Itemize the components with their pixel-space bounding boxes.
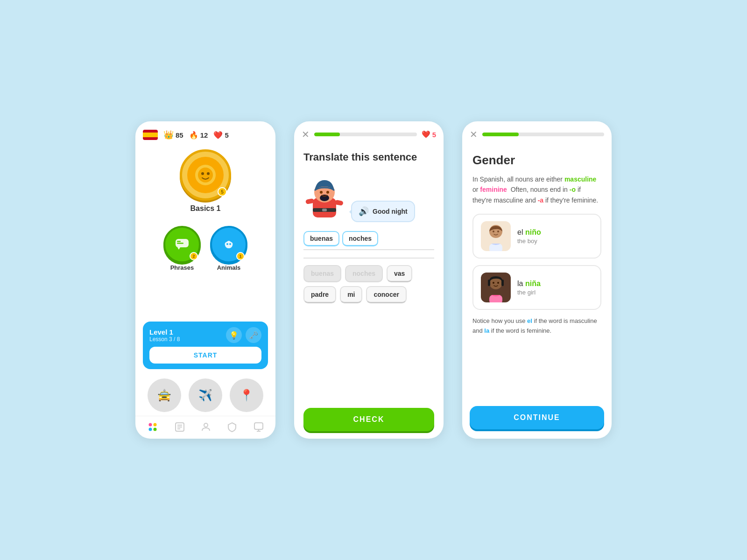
crown-icon: 👑 — [163, 130, 174, 140]
heart-icon: ❤️ — [213, 131, 223, 140]
phrases-label: Phrases — [170, 264, 194, 271]
level-title: Level 1 — [149, 328, 180, 336]
basics-lesson[interactable]: 5 Basics 1 — [180, 149, 231, 220]
heart-icon-2: ❤️ — [422, 130, 430, 139]
svg-rect-19 — [254, 423, 263, 429]
girl-avatar — [481, 273, 511, 302]
exercise-title: Translate this sentence — [303, 151, 434, 163]
gender-description: In Spanish, all nouns are either masculi… — [472, 174, 601, 205]
phrases-badge: 2 — [190, 252, 198, 260]
lives-count: 5 — [432, 131, 436, 139]
nav-profile[interactable] — [253, 421, 264, 433]
continue-button[interactable]: CONTINUE — [470, 406, 604, 429]
svg-rect-37 — [501, 280, 504, 286]
svg-point-1 — [198, 168, 213, 182]
nav-social[interactable] — [200, 421, 211, 433]
level-info: Level 1 Lesson 3 / 8 — [149, 328, 180, 343]
word-bank: buenas noches vas padre mi conocer — [303, 265, 434, 303]
answer-area[interactable]: buenas noches — [303, 230, 434, 250]
hearts-value: 5 — [225, 131, 228, 139]
boy-avatar — [481, 221, 511, 251]
speaker-icon[interactable]: 🔊 — [359, 206, 369, 217]
svg-point-33 — [497, 231, 499, 232]
locked-lesson-2: ✈️ — [189, 378, 222, 412]
gender-title: Gender — [472, 153, 601, 168]
progress-bar-bg — [314, 133, 417, 136]
crown-value: 85 — [176, 131, 183, 139]
word-tile-noches[interactable]: noches — [345, 265, 383, 282]
basics-label: Basics 1 — [190, 204, 221, 213]
word-tile-padre[interactable]: padre — [303, 286, 336, 303]
phrases-lesson[interactable]: 2 Phrases — [163, 226, 201, 271]
svg-point-13 — [154, 428, 157, 431]
key-button[interactable]: 🗝️ — [246, 327, 261, 343]
svg-point-24 — [320, 191, 323, 194]
animals-lesson[interactable]: 1 Animals — [210, 226, 247, 271]
level-icons: 💡 🗝️ — [226, 327, 261, 343]
level-box-header: Level 1 Lesson 3 / 8 💡 🗝️ — [149, 327, 261, 343]
el-note: el — [527, 317, 532, 324]
svg-marker-7 — [177, 247, 180, 250]
o-ending: -o — [570, 186, 576, 193]
la-note: la — [484, 327, 489, 334]
animals-badge: 1 — [236, 252, 245, 260]
svg-point-11 — [154, 423, 157, 427]
word-tile-conocer[interactable]: conocer — [366, 286, 406, 303]
progress-bar-fill — [314, 133, 340, 136]
svg-rect-30 — [322, 209, 327, 211]
word-tile-buenas[interactable]: buenas — [303, 265, 341, 282]
svg-rect-6 — [177, 243, 183, 244]
gender-lesson-card: ✕ Gender In Spanish, all nouns are eithe… — [462, 121, 612, 439]
basics-circle[interactable]: 5 — [180, 149, 231, 201]
nav-lessons[interactable] — [174, 421, 185, 433]
speech-bubble[interactable]: 🔊 Good night — [351, 201, 415, 222]
language-flag[interactable] — [143, 130, 158, 140]
nav-home[interactable] — [147, 421, 159, 433]
word-tile-vas[interactable]: vas — [387, 265, 412, 282]
locked-lesson-1: 🚖 — [148, 378, 181, 412]
svg-point-9 — [229, 243, 231, 245]
girl-word: la niña — [517, 280, 541, 288]
boy-translation: the boy — [517, 238, 541, 245]
exercise-top-bar: ✕ ❤️ 5 — [294, 121, 444, 144]
tip-button[interactable]: 💡 — [226, 327, 242, 343]
phrases-circle[interactable]: 2 — [163, 226, 201, 263]
girl-card-text: la niña the girl — [517, 280, 541, 296]
close-button[interactable]: ✕ — [302, 129, 310, 140]
speech-text: Good night — [373, 208, 408, 215]
boy-word: el niño — [517, 228, 541, 237]
girl-card: la niña the girl — [472, 265, 601, 310]
nav-shield[interactable] — [226, 421, 238, 433]
gender-note: Notice how you use el if the word is mas… — [472, 316, 601, 336]
girl-translation: the girl — [517, 289, 541, 296]
start-button[interactable]: START — [149, 347, 261, 364]
progress-bar-fill-3 — [482, 133, 519, 136]
svg-point-2 — [201, 172, 204, 175]
check-button[interactable]: CHECK — [303, 408, 434, 431]
answer-word-1[interactable]: buenas — [303, 231, 339, 246]
word-tile-mi[interactable]: mi — [340, 286, 362, 303]
hearts-stat: ❤️ 5 — [213, 131, 228, 140]
boy-card-text: el niño the boy — [517, 228, 541, 245]
divider — [303, 258, 434, 259]
crown-stat: 👑 85 — [163, 130, 183, 140]
answer-word-2[interactable]: noches — [342, 231, 378, 246]
svg-point-12 — [149, 428, 152, 431]
locked-lessons: 🚖 ✈️ 📍 — [135, 375, 275, 416]
svg-rect-36 — [488, 280, 490, 286]
animals-label: Animals — [217, 264, 241, 271]
lesson-progress: Lesson 3 / 8 — [149, 336, 180, 343]
nina-word: niña — [525, 280, 541, 287]
close-button-3[interactable]: ✕ — [470, 129, 478, 140]
lessons-area: 5 Basics 1 2 Phrases — [135, 145, 275, 322]
fire-stat: 🔥 12 — [189, 131, 208, 140]
animals-circle[interactable]: 1 — [210, 226, 247, 263]
svg-point-26 — [320, 195, 329, 201]
el-article: el — [517, 228, 525, 236]
a-ending: -a — [538, 196, 543, 204]
svg-point-8 — [226, 243, 228, 245]
home-screen-card: 👑 85 🔥 12 ❤️ 5 — [135, 121, 275, 439]
gender-top-bar: ✕ — [462, 121, 612, 144]
svg-point-32 — [493, 231, 494, 232]
bottom-nav — [135, 416, 275, 439]
